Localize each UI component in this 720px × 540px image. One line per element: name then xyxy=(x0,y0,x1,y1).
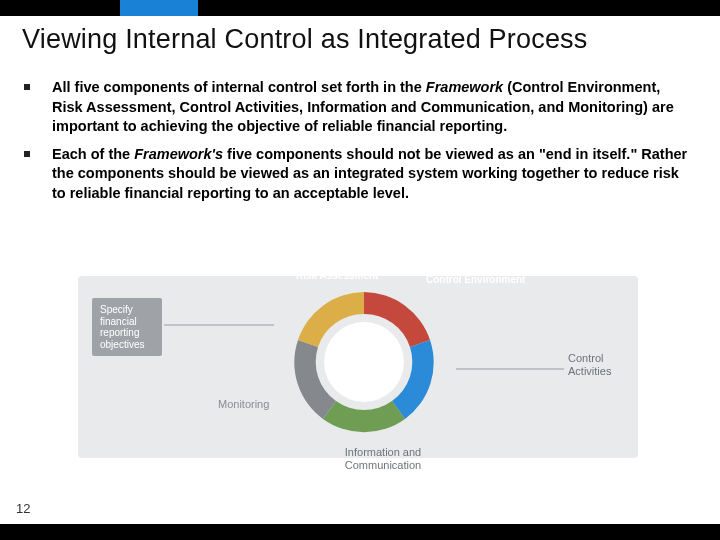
bullet-text: All five components of internal control … xyxy=(52,78,694,137)
bullet-marker-icon xyxy=(24,84,30,90)
diagram-left-label: Specify financial reporting objectives xyxy=(92,298,162,356)
bullet-item: Each of the Framework's five components … xyxy=(24,145,694,204)
ring-icon xyxy=(270,268,458,456)
svg-point-0 xyxy=(324,322,404,402)
segment-label-info-text: Information and Communication xyxy=(345,446,421,471)
bullet-list: All five components of internal control … xyxy=(24,78,694,211)
slide: Viewing Internal Control as Integrated P… xyxy=(0,0,720,540)
bullet-marker-icon xyxy=(24,151,30,157)
bottom-bar xyxy=(0,524,720,540)
connector-line xyxy=(164,324,274,326)
process-diagram: Specify financial reporting objectives R… xyxy=(78,268,638,468)
segment-label-risk: Risk Assessment xyxy=(296,270,378,282)
segment-label-activities: Control Activities xyxy=(568,352,628,377)
connector-line xyxy=(456,368,564,370)
bullet-item: All five components of internal control … xyxy=(24,78,694,137)
top-accent xyxy=(120,0,198,16)
slide-title: Viewing Internal Control as Integrated P… xyxy=(22,24,588,55)
ring-svg-icon xyxy=(270,268,458,456)
top-bar xyxy=(0,0,720,16)
bullet-text: Each of the Framework's five components … xyxy=(52,145,694,204)
segment-label-env: Control Environment xyxy=(426,274,525,286)
segment-label-info: Information and Communication xyxy=(328,446,438,471)
segment-label-monitoring: Monitoring xyxy=(218,398,269,411)
page-number: 12 xyxy=(16,501,30,516)
